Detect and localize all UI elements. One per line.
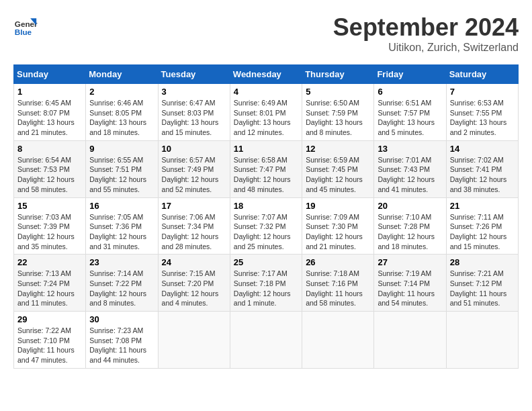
day-number: 5: [306, 87, 370, 97]
calendar-week-row: 1Sunrise: 6:45 AM Sunset: 8:07 PM Daylig…: [14, 84, 519, 141]
calendar-cell: 17Sunrise: 7:06 AM Sunset: 7:34 PM Dayli…: [158, 197, 230, 255]
logo: General Blue: [13, 13, 38, 38]
calendar-cell: 2Sunrise: 6:46 AM Sunset: 8:05 PM Daylig…: [86, 84, 158, 141]
day-number: 16: [89, 201, 154, 211]
day-number: 25: [234, 257, 298, 267]
calendar-cell: 15Sunrise: 7:03 AM Sunset: 7:39 PM Dayli…: [14, 197, 86, 255]
calendar-week-row: 29Sunrise: 7:22 AM Sunset: 7:10 PM Dayli…: [14, 312, 519, 369]
day-info: Sunrise: 6:55 AM Sunset: 7:51 PM Dayligh…: [89, 155, 154, 195]
calendar-cell: 16Sunrise: 7:05 AM Sunset: 7:36 PM Dayli…: [86, 197, 158, 255]
day-number: 30: [89, 314, 154, 324]
day-info: Sunrise: 7:13 AM Sunset: 7:24 PM Dayligh…: [17, 269, 82, 308]
day-info: Sunrise: 7:02 AM Sunset: 7:41 PM Dayligh…: [450, 155, 515, 195]
day-number: 1: [17, 87, 82, 97]
day-info: Sunrise: 6:50 AM Sunset: 7:59 PM Dayligh…: [306, 98, 370, 138]
calendar-cell: 7Sunrise: 6:53 AM Sunset: 7:55 PM Daylig…: [446, 84, 518, 141]
day-info: Sunrise: 6:57 AM Sunset: 7:49 PM Dayligh…: [162, 155, 226, 195]
day-number: 14: [450, 144, 515, 154]
day-info: Sunrise: 7:23 AM Sunset: 7:08 PM Dayligh…: [89, 326, 154, 365]
calendar-cell: 13Sunrise: 7:01 AM Sunset: 7:43 PM Dayli…: [374, 140, 446, 197]
calendar-cell: 11Sunrise: 6:58 AM Sunset: 7:47 PM Dayli…: [230, 140, 302, 197]
calendar-cell: 23Sunrise: 7:14 AM Sunset: 7:22 PM Dayli…: [86, 255, 158, 312]
calendar-cell: 21Sunrise: 7:11 AM Sunset: 7:26 PM Dayli…: [446, 197, 518, 255]
calendar-cell: 28Sunrise: 7:21 AM Sunset: 7:12 PM Dayli…: [446, 255, 518, 312]
calendar-cell: 25Sunrise: 7:17 AM Sunset: 7:18 PM Dayli…: [230, 255, 302, 312]
day-number: 29: [17, 314, 82, 324]
location-title: Uitikon, Zurich, Switzerland: [333, 42, 519, 54]
day-info: Sunrise: 6:51 AM Sunset: 7:57 PM Dayligh…: [378, 98, 442, 138]
day-number: 17: [162, 201, 226, 211]
day-info: Sunrise: 6:54 AM Sunset: 7:53 PM Dayligh…: [17, 155, 82, 195]
day-number: 28: [450, 257, 515, 267]
day-number: 18: [234, 201, 298, 211]
calendar-cell: 30Sunrise: 7:23 AM Sunset: 7:08 PM Dayli…: [86, 312, 158, 369]
calendar-cell: 9Sunrise: 6:55 AM Sunset: 7:51 PM Daylig…: [86, 140, 158, 197]
day-info: Sunrise: 6:59 AM Sunset: 7:45 PM Dayligh…: [306, 155, 370, 195]
calendar-cell: [446, 312, 518, 369]
day-info: Sunrise: 7:18 AM Sunset: 7:16 PM Dayligh…: [306, 269, 370, 308]
day-info: Sunrise: 6:58 AM Sunset: 7:47 PM Dayligh…: [234, 155, 298, 195]
day-number: 21: [450, 201, 515, 211]
day-info: Sunrise: 7:19 AM Sunset: 7:14 PM Dayligh…: [378, 269, 442, 308]
day-number: 15: [17, 201, 82, 211]
day-number: 2: [89, 87, 154, 97]
day-number: 24: [162, 257, 226, 267]
day-info: Sunrise: 6:45 AM Sunset: 8:07 PM Dayligh…: [17, 98, 82, 138]
svg-text:Blue: Blue: [15, 28, 32, 36]
day-number: 11: [234, 144, 298, 154]
day-number: 13: [378, 144, 442, 154]
logo-icon: General Blue: [13, 13, 38, 38]
calendar-cell: [230, 312, 302, 369]
day-info: Sunrise: 7:15 AM Sunset: 7:20 PM Dayligh…: [162, 269, 226, 308]
calendar-cell: [302, 312, 374, 369]
day-number: 7: [450, 87, 515, 97]
weekday-header: Wednesday: [230, 65, 302, 84]
day-info: Sunrise: 7:17 AM Sunset: 7:18 PM Dayligh…: [234, 269, 298, 308]
weekday-header: Friday: [374, 65, 446, 84]
day-number: 23: [89, 257, 154, 267]
day-info: Sunrise: 7:21 AM Sunset: 7:12 PM Dayligh…: [450, 269, 515, 308]
calendar-cell: 29Sunrise: 7:22 AM Sunset: 7:10 PM Dayli…: [14, 312, 86, 369]
calendar-cell: [374, 312, 446, 369]
weekday-header: Sunday: [14, 65, 86, 84]
day-number: 12: [306, 144, 370, 154]
day-number: 9: [89, 144, 154, 154]
calendar-cell: 20Sunrise: 7:10 AM Sunset: 7:28 PM Dayli…: [374, 197, 446, 255]
day-info: Sunrise: 7:03 AM Sunset: 7:39 PM Dayligh…: [17, 212, 82, 252]
calendar-cell: 18Sunrise: 7:07 AM Sunset: 7:32 PM Dayli…: [230, 197, 302, 255]
day-number: 4: [234, 87, 298, 97]
day-info: Sunrise: 6:49 AM Sunset: 8:01 PM Dayligh…: [234, 98, 298, 138]
calendar-table: SundayMondayTuesdayWednesdayThursdayFrid…: [13, 64, 519, 369]
weekday-header: Thursday: [302, 65, 374, 84]
day-info: Sunrise: 6:47 AM Sunset: 8:03 PM Dayligh…: [162, 98, 226, 138]
calendar-cell: 3Sunrise: 6:47 AM Sunset: 8:03 PM Daylig…: [158, 84, 230, 141]
title-area: September 2024 Uitikon, Zurich, Switzerl…: [333, 13, 519, 54]
calendar-cell: 22Sunrise: 7:13 AM Sunset: 7:24 PM Dayli…: [14, 255, 86, 312]
weekday-header: Monday: [86, 65, 158, 84]
day-number: 22: [17, 257, 82, 267]
header-row: SundayMondayTuesdayWednesdayThursdayFrid…: [14, 65, 519, 84]
day-number: 10: [162, 144, 226, 154]
day-number: 8: [17, 144, 82, 154]
calendar-cell: 5Sunrise: 6:50 AM Sunset: 7:59 PM Daylig…: [302, 84, 374, 141]
calendar-cell: 27Sunrise: 7:19 AM Sunset: 7:14 PM Dayli…: [374, 255, 446, 312]
day-info: Sunrise: 6:46 AM Sunset: 8:05 PM Dayligh…: [89, 98, 154, 138]
month-title: September 2024: [333, 13, 519, 42]
weekday-header: Tuesday: [158, 65, 230, 84]
day-info: Sunrise: 7:14 AM Sunset: 7:22 PM Dayligh…: [89, 269, 154, 308]
day-info: Sunrise: 7:22 AM Sunset: 7:10 PM Dayligh…: [17, 326, 82, 365]
day-number: 19: [306, 201, 370, 211]
day-info: Sunrise: 7:09 AM Sunset: 7:30 PM Dayligh…: [306, 212, 370, 252]
day-info: Sunrise: 7:11 AM Sunset: 7:26 PM Dayligh…: [450, 212, 515, 252]
day-info: Sunrise: 7:01 AM Sunset: 7:43 PM Dayligh…: [378, 155, 442, 195]
day-info: Sunrise: 6:53 AM Sunset: 7:55 PM Dayligh…: [450, 98, 515, 138]
day-info: Sunrise: 7:06 AM Sunset: 7:34 PM Dayligh…: [162, 212, 226, 252]
calendar-cell: 24Sunrise: 7:15 AM Sunset: 7:20 PM Dayli…: [158, 255, 230, 312]
calendar-cell: [158, 312, 230, 369]
day-info: Sunrise: 7:07 AM Sunset: 7:32 PM Dayligh…: [234, 212, 298, 252]
day-number: 6: [378, 87, 442, 97]
day-info: Sunrise: 7:05 AM Sunset: 7:36 PM Dayligh…: [89, 212, 154, 252]
day-number: 3: [162, 87, 226, 97]
calendar-cell: 12Sunrise: 6:59 AM Sunset: 7:45 PM Dayli…: [302, 140, 374, 197]
calendar-week-row: 15Sunrise: 7:03 AM Sunset: 7:39 PM Dayli…: [14, 197, 519, 255]
